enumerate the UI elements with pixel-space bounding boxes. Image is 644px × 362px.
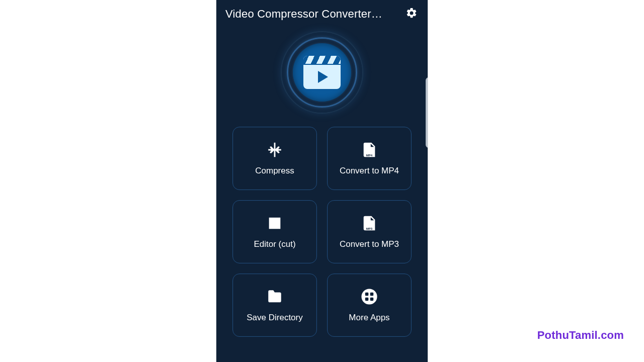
svg-point-1 (272, 221, 275, 223)
scrollbar-thumb[interactable] (426, 77, 428, 148)
tile-label: Save Directory (247, 313, 302, 323)
folder-icon (266, 288, 284, 306)
tile-editor-cut[interactable]: Editor (cut) (232, 200, 317, 263)
logo-outer-ring (282, 32, 362, 113)
svg-rect-8 (370, 298, 374, 301)
menu-grid: Compress MP4 Convert to MP4 Editor (cut)… (216, 127, 428, 347)
settings-button[interactable] (405, 7, 419, 21)
mp3-icon: MP3 (360, 214, 378, 232)
svg-rect-5 (365, 293, 369, 296)
tile-convert-mp4[interactable]: MP4 Convert to MP4 (327, 127, 412, 190)
svg-point-2 (272, 224, 275, 227)
tile-label: Compress (255, 166, 294, 176)
app-logo (216, 32, 428, 113)
gear-icon (406, 7, 418, 21)
tile-label: Convert to MP3 (340, 239, 399, 249)
watermark-text: PothuTamil.com (537, 329, 624, 342)
svg-text:MP3: MP3 (366, 227, 373, 230)
svg-text:MP4: MP4 (366, 153, 373, 157)
compress-icon (266, 141, 284, 159)
editor-cut-icon (266, 214, 284, 232)
more-apps-icon (360, 288, 378, 306)
tile-save-directory[interactable]: Save Directory (232, 274, 317, 337)
tile-label: Convert to MP4 (340, 166, 399, 176)
app-header: Video Compressor Converter… (216, 0, 428, 26)
tile-label: Editor (cut) (254, 239, 295, 249)
app-title: Video Compressor Converter… (225, 8, 398, 21)
tile-convert-mp3[interactable]: MP3 Convert to MP3 (327, 200, 412, 263)
clapperboard-icon (303, 56, 341, 89)
tile-label: More Apps (349, 313, 389, 323)
page-background-right (428, 0, 644, 362)
svg-rect-7 (365, 298, 369, 301)
app-screen: Video Compressor Converter… Compress (216, 0, 428, 362)
svg-rect-6 (370, 293, 374, 296)
tile-compress[interactable]: Compress (232, 127, 317, 190)
tile-more-apps[interactable]: More Apps (327, 274, 412, 337)
page-background-left (0, 0, 216, 362)
svg-point-4 (361, 289, 377, 304)
mp4-icon: MP4 (360, 141, 378, 159)
logo-disc (293, 43, 351, 102)
